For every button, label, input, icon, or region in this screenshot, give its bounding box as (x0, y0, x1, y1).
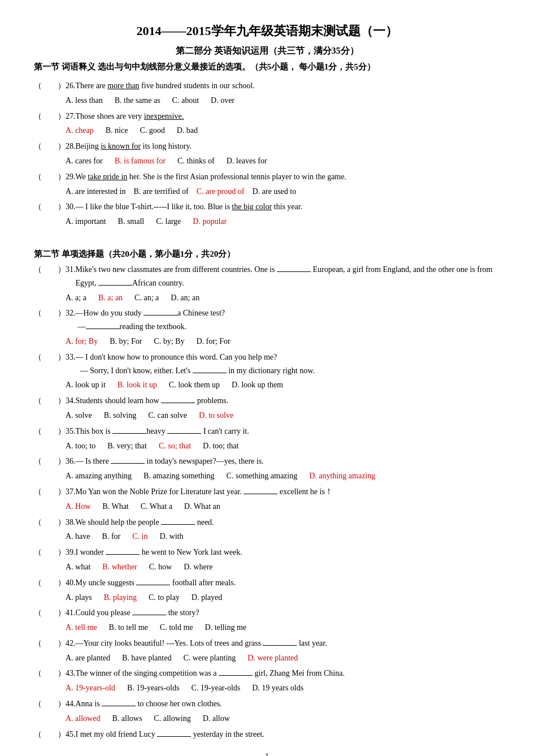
question-32: （ ）32. —How do you study a Chinese test?… (34, 306, 500, 334)
options-34: A. solve B. solving C. can solve D. to s… (34, 409, 500, 422)
question-27: （ ）27. Those shoes are very inexpensive. (34, 110, 500, 123)
question-33: （ ）33. — I don't know how to pronounce t… (34, 351, 500, 378)
section1-header: 第一节 词语释义 选出与句中划线部分意义最接近的选项。（共5小题， 每小题1分，… (34, 62, 500, 72)
question-26: （ ）26. There are more than five hundred … (34, 79, 500, 93)
options-40: A. plays B. playing C. to play D. played (34, 591, 500, 604)
options-30: A. important B. small C. large D. popula… (34, 215, 500, 228)
question-34: （ ）34. Students should learn how problem… (34, 394, 500, 408)
options-37: A. How B. What C. What a D. What an (34, 500, 500, 513)
options-41: A. tell me B. to tell me C. told me D. t… (34, 621, 500, 634)
question-39: （ ）39. I wonder he went to New York last… (34, 546, 500, 559)
section2-header: 第二节 单项选择题（共20小题，第小题1分，共20分） (34, 249, 500, 260)
options-26: A. less than B. the same as C. about D. … (34, 94, 500, 107)
options-39: A. what B. whether C. how D. where (34, 560, 500, 574)
page-number: 1 (34, 752, 500, 756)
question-45: （ ）45. I met my old friend Lucy yesterda… (34, 728, 500, 741)
options-32: A. for; By B. by; For C. by; By D. for; … (34, 335, 500, 348)
options-42: A. are planted B. have planted C. were p… (34, 651, 500, 665)
options-38: A. have B. for C. in D. with (34, 530, 500, 543)
part2-title: 第二部分 英语知识运用（共三节，满分35分） (34, 45, 500, 57)
question-38: （ ）38. We should help the people need. (34, 516, 500, 529)
question-30: （ ）30. — I like the blue T-shirt.-----I … (34, 200, 500, 214)
options-36: A. amazing anything B. amazing something… (34, 469, 500, 483)
question-44: （ ）44. Anna is to choose her own clothes… (34, 697, 500, 711)
options-43: A. 19-years-old B. 19-years-olds C. 19-y… (34, 681, 500, 695)
options-29: A. are interested in B. are terrified of… (34, 185, 500, 198)
question-36: （ ）36. — Is there in today's newspaper?—… (34, 455, 500, 468)
question-37: （ ）37. Mo Yan won the Noble Prize for Li… (34, 485, 500, 499)
question-35: （ ）35. This box is heavy I can't carry i… (34, 425, 500, 438)
question-42: （ ）42. —Your city looks beautiful! ---Ye… (34, 637, 500, 650)
question-28: （ ）28. Beijing is known for its long his… (34, 140, 500, 153)
options-33: A. look up it B. look it up C. look them… (34, 378, 500, 392)
question-43: （ ）43. The winner of the singing competi… (34, 667, 500, 680)
question-40: （ ）40. My uncle suggests football after … (34, 576, 500, 590)
question-29: （ ）29. We take pride in her. She is the … (34, 170, 500, 184)
options-31: A. a; a B. a; an C. an; a D. an; an (34, 291, 500, 305)
options-28: A. cares for B. is famous for C. thinks … (34, 154, 500, 168)
options-27: A. cheap B. nice C. good D. bad (34, 124, 500, 137)
page-title: 2014——2015学年九年级英语期末测试题（一） (34, 23, 500, 40)
options-35: A. too; to B. very; that C. so; that D. … (34, 439, 500, 453)
question-31: （ ）31. Mike's two new classmates are fro… (34, 263, 500, 290)
options-44: A. allowed B. allows C. allowing D. allo… (34, 712, 500, 725)
question-41: （ ）41. Could you please the story? (34, 606, 500, 620)
